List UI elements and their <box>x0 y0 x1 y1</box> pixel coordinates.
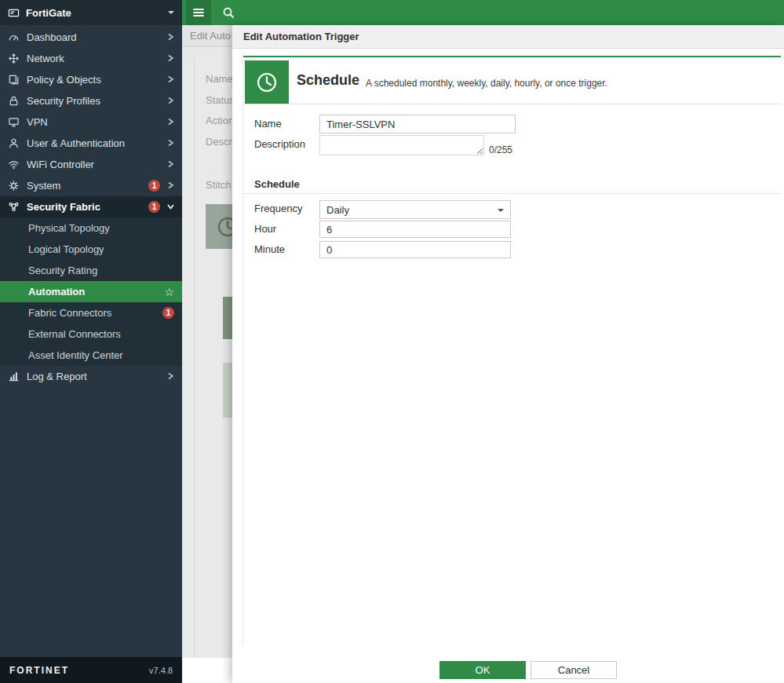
chevron-right-icon <box>167 31 174 43</box>
sidebar-item-external-connectors[interactable]: External Connectors <box>0 323 182 345</box>
wifi-icon <box>8 159 20 170</box>
select-caret-icon <box>498 209 504 215</box>
minute-label: Minute <box>254 243 285 255</box>
chevron-right-icon <box>167 74 174 86</box>
sidebar-item-log-report[interactable]: Log & Report <box>0 366 182 387</box>
search-icon <box>222 6 235 19</box>
main-menu: Dashboard Network Policy & Objects Secur… <box>0 25 182 387</box>
alert-badge: 1 <box>162 307 174 319</box>
clock-icon <box>255 71 279 94</box>
gear-icon <box>8 180 20 192</box>
chevron-right-icon <box>167 116 174 128</box>
alert-badge: 1 <box>148 201 160 213</box>
network-icon <box>8 53 20 64</box>
bg-label-status: Status <box>206 94 235 106</box>
collapse-menu-button[interactable] <box>186 0 211 25</box>
sidebar-item-physical-topology[interactable]: Physical Topology <box>0 217 182 239</box>
chevron-right-icon <box>167 180 174 192</box>
device-caret-icon <box>168 11 174 17</box>
trigger-type-title: Schedule <box>297 72 359 89</box>
schedule-section-title: Schedule <box>254 178 300 190</box>
sidebar-footer: FORTINET v7.4.8 <box>0 657 182 683</box>
chevron-down-icon <box>167 201 174 213</box>
frequency-label: Frequency <box>254 203 302 214</box>
description-label: Description <box>254 138 305 150</box>
name-label: Name <box>254 118 282 130</box>
divider <box>243 193 781 194</box>
policy-objects-icon <box>8 74 20 86</box>
dialog-title: Edit Automation Trigger <box>232 25 784 49</box>
sidebar-item-logical-topology[interactable]: Logical Topology <box>0 239 182 260</box>
frequency-select[interactable]: Daily <box>319 200 511 219</box>
accent-rule <box>243 56 781 57</box>
topbar <box>182 0 784 25</box>
firmware-version: v7.4.8 <box>149 666 173 675</box>
sidebar-item-security-fabric[interactable]: Security Fabric 1 <box>0 196 182 217</box>
sidebar-item-user-authentication[interactable]: User & Authentication <box>0 133 182 154</box>
sidebar-item-network[interactable]: Network <box>0 48 182 69</box>
schedule-trigger-tile <box>245 60 289 104</box>
user-icon <box>8 137 20 149</box>
description-textarea[interactable] <box>319 135 484 155</box>
dialog-left-rule <box>242 59 243 645</box>
device-selector[interactable]: FortiGate <box>0 0 182 25</box>
background-divider <box>194 59 195 658</box>
cancel-button[interactable]: Cancel <box>531 661 617 679</box>
name-input[interactable] <box>319 115 516 133</box>
trigger-type-description: A scheduled monthly, weekly, daily, hour… <box>366 78 607 89</box>
sidebar: FortiGate Dashboard Network Policy & Obj… <box>0 0 182 683</box>
minute-input[interactable] <box>319 241 511 258</box>
lock-icon <box>8 95 20 107</box>
sidebar-item-security-profiles[interactable]: Security Profiles <box>0 90 182 111</box>
sidebar-item-dashboard[interactable]: Dashboard <box>0 27 182 48</box>
hamburger-icon <box>192 6 205 19</box>
chevron-right-icon <box>167 371 174 382</box>
fortigate-logo-icon <box>8 7 20 19</box>
sidebar-item-security-rating[interactable]: Security Rating <box>0 260 182 281</box>
bg-label-description: Descri <box>206 136 235 148</box>
sidebar-item-asset-identity-center[interactable]: Asset Identity Center <box>0 345 182 366</box>
security-fabric-icon <box>8 201 20 213</box>
dashboard-icon <box>8 31 20 43</box>
bg-label-name: Name <box>206 73 233 85</box>
chevron-right-icon <box>167 159 174 170</box>
chevron-right-icon <box>167 53 174 64</box>
divider <box>243 104 781 104</box>
ok-button[interactable]: OK <box>439 661 526 679</box>
sidebar-item-fabric-connectors[interactable]: Fabric Connectors 1 <box>0 302 182 323</box>
vpn-icon <box>8 116 20 128</box>
alert-badge: 1 <box>148 180 160 192</box>
sidebar-item-wifi-controller[interactable]: WiFi Controller <box>0 154 182 175</box>
edit-automation-trigger-dialog: Edit Automation Trigger Schedule A sched… <box>232 25 784 683</box>
brand-name: FortiGate <box>26 7 162 19</box>
fortigate-app: FortiGate Dashboard Network Policy & Obj… <box>0 0 784 683</box>
search-button[interactable] <box>216 0 241 25</box>
char-counter: 0/255 <box>489 144 512 155</box>
sidebar-item-vpn[interactable]: VPN <box>0 111 182 133</box>
sidebar-item-policy-objects[interactable]: Policy & Objects <box>0 69 182 90</box>
fortinet-logo: FORTINET <box>9 665 69 676</box>
hour-label: Hour <box>254 223 276 235</box>
sidebar-item-automation[interactable]: Automation ☆ <box>0 281 182 302</box>
chevron-right-icon <box>167 95 174 107</box>
frequency-value: Daily <box>326 204 349 216</box>
sidebar-item-system[interactable]: System 1 <box>0 175 182 196</box>
chevron-right-icon <box>167 137 174 149</box>
bg-label-action: Action <box>206 115 234 126</box>
bg-label-stitch: Stitch <box>206 179 232 191</box>
hour-input[interactable] <box>319 221 511 238</box>
favorite-star-icon[interactable]: ☆ <box>164 287 174 298</box>
bar-chart-icon <box>8 371 20 382</box>
